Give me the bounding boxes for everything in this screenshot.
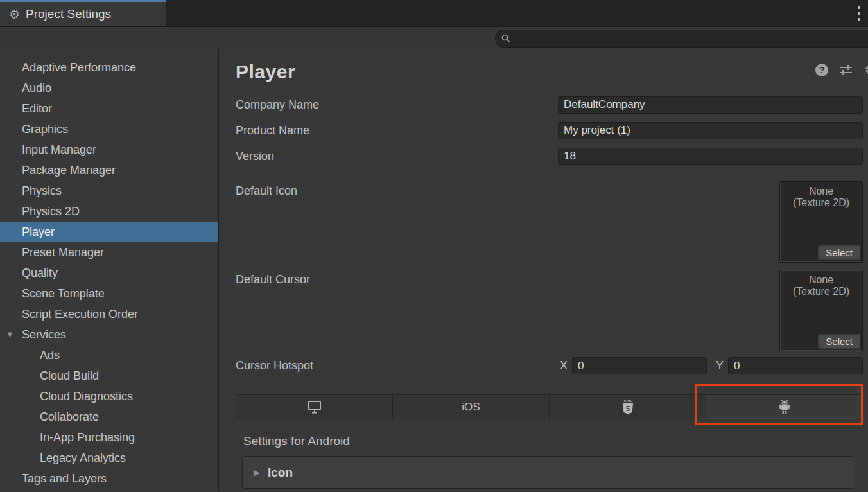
sidebar-item-adaptive-performance[interactable]: Adaptive Performance [0, 57, 218, 78]
sidebar-item-ads[interactable]: Ads [0, 345, 218, 365]
cursor-hotspot-row: Cursor Hotspot X Y [236, 357, 863, 374]
default-cursor-label: Default Cursor [236, 273, 310, 351]
cursor-hotspot-label: Cursor Hotspot [236, 359, 560, 373]
title-bar-spacer [166, 0, 850, 26]
svg-text:5: 5 [625, 405, 629, 412]
window-title: Project Settings [26, 7, 111, 21]
page-title: Player [236, 61, 295, 83]
product-name-row: Product Name [236, 121, 863, 139]
y-axis-label: Y [716, 359, 724, 373]
sidebar-item-collaborate[interactable]: Collaborate [0, 407, 218, 427]
version-row: Version [236, 147, 863, 165]
select-button[interactable]: Select [818, 334, 860, 349]
tab-webgl[interactable]: HTML 5 [550, 395, 706, 419]
tab-android[interactable] [706, 395, 862, 419]
sidebar-item-package-manager[interactable]: Package Manager [0, 160, 218, 180]
texture-type-value: (Texture 2D) [780, 286, 862, 297]
settings-for-android-heading: Settings for Android [243, 434, 863, 448]
company-name-field[interactable] [558, 96, 863, 114]
sidebar-item-editor[interactable]: Editor [0, 98, 218, 119]
gear-icon: ⚙ [9, 8, 20, 21]
search-box[interactable] [495, 30, 868, 48]
gear-icon[interactable]: ⚙ [864, 63, 868, 76]
player-settings-panel: Player ? ⚙ Company Name [219, 49, 868, 491]
texture-type-value: (Texture 2D) [780, 197, 862, 209]
texture-none-value: None [780, 186, 862, 197]
svg-text:HTML: HTML [623, 400, 632, 403]
default-cursor-row: Default Cursor None (Texture 2D) Select [236, 270, 863, 351]
cursor-hotspot-x-field[interactable] [572, 357, 707, 374]
ios-tab-label: iOS [462, 401, 480, 414]
presets-icon[interactable] [839, 64, 853, 76]
help-icon[interactable]: ? [815, 64, 828, 76]
title-bar: ⚙ Project Settings [0, 0, 868, 26]
project-settings-window: ⚙ Project Settings Adaptive Performance … [0, 0, 868, 492]
settings-sidebar: Adaptive Performance Audio Editor Graphi… [0, 49, 219, 491]
tab-ios[interactable]: iOS [393, 395, 550, 419]
default-icon-object-field[interactable]: None (Texture 2D) Select [779, 181, 863, 263]
tab-standalone[interactable] [236, 395, 393, 419]
product-name-label: Product Name [236, 124, 558, 137]
icon-foldout-label: Icon [268, 466, 293, 480]
monitor-icon [307, 400, 322, 414]
sidebar-item-scene-template[interactable]: Scene Template [0, 283, 218, 304]
icon-foldout[interactable]: ▶ Icon [242, 456, 855, 489]
chevron-right-icon: ▶ [254, 468, 260, 477]
sidebar-item-label: Services [22, 328, 66, 341]
html5-icon: HTML 5 [621, 399, 635, 416]
select-button[interactable]: Select [818, 245, 860, 260]
default-icon-label: Default Icon [236, 184, 297, 263]
sidebar-item-graphics[interactable]: Graphics [0, 119, 218, 139]
sidebar-item-quality[interactable]: Quality [0, 263, 218, 283]
sidebar-item-in-app-purchasing[interactable]: In-App Purchasing [0, 427, 218, 448]
android-icon [776, 399, 793, 416]
tab-project-settings[interactable]: ⚙ Project Settings [0, 0, 166, 26]
sidebar-item-preset-manager[interactable]: Preset Manager [0, 242, 218, 263]
more-options-icon[interactable] [850, 0, 868, 26]
sidebar-item-cloud-diagnostics[interactable]: Cloud Diagnostics [0, 386, 218, 407]
platform-tabbar: iOS HTML 5 [236, 394, 863, 419]
version-field[interactable] [558, 148, 863, 165]
toolbar [0, 26, 868, 49]
default-cursor-object-field[interactable]: None (Texture 2D) Select [779, 270, 863, 351]
sidebar-item-audio[interactable]: Audio [0, 78, 218, 98]
sidebar-item-physics-2d[interactable]: Physics 2D [0, 201, 218, 222]
texture-none-value: None [780, 274, 862, 286]
sidebar-item-physics[interactable]: Physics [0, 180, 218, 201]
sidebar-item-player[interactable]: Player [0, 222, 218, 242]
sidebar-item-cloud-build[interactable]: Cloud Build [0, 365, 218, 386]
cursor-hotspot-y-field[interactable] [728, 357, 863, 374]
sidebar-item-input-manager[interactable]: Input Manager [0, 139, 218, 160]
default-icon-row: Default Icon None (Texture 2D) Select [236, 181, 863, 263]
sidebar-item-services[interactable]: ▼ Services [0, 324, 218, 345]
company-name-label: Company Name [236, 98, 558, 112]
sidebar-item-script-execution-order[interactable]: Script Execution Order [0, 304, 218, 324]
sidebar-item-textmesh-pro[interactable]: TextMesh Pro [0, 489, 218, 491]
product-name-field[interactable] [558, 122, 863, 139]
version-label: Version [236, 150, 558, 163]
company-name-row: Company Name [236, 96, 863, 114]
search-icon [501, 34, 510, 43]
sidebar-item-legacy-analytics[interactable]: Legacy Analytics [0, 448, 218, 468]
search-input[interactable] [514, 33, 868, 44]
chevron-down-icon[interactable]: ▼ [6, 324, 14, 345]
sidebar-item-tags-and-layers[interactable]: Tags and Layers [0, 468, 218, 489]
x-axis-label: X [560, 359, 568, 373]
